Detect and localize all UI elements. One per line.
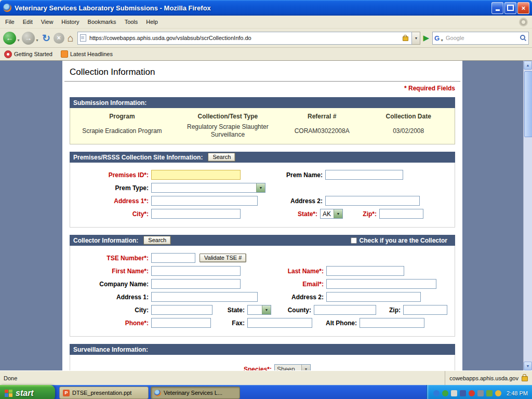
forward-history-dropdown-icon[interactable]: ▼ bbox=[35, 38, 39, 42]
county-input[interactable] bbox=[314, 305, 376, 315]
prem-name-input[interactable] bbox=[325, 170, 403, 180]
collector-state-label: State: bbox=[212, 307, 247, 314]
tray-shield-icon[interactable] bbox=[495, 390, 501, 396]
company-name-input[interactable] bbox=[151, 279, 241, 289]
validate-tse-button[interactable]: Validate TSE # bbox=[200, 254, 246, 262]
home-button[interactable]: ⌂ bbox=[68, 32, 74, 44]
last-name-input[interactable] bbox=[326, 266, 404, 276]
premises-section-header: Premises/RSSS Collection Site Informatio… bbox=[70, 152, 455, 163]
tray-usb-icon[interactable] bbox=[486, 390, 493, 396]
tray-update-icon[interactable] bbox=[442, 390, 448, 396]
collector-address2-input[interactable] bbox=[326, 292, 421, 302]
value-referral: CORAM03022008A bbox=[282, 127, 362, 135]
title-divider bbox=[64, 81, 460, 82]
first-name-input[interactable] bbox=[151, 266, 241, 276]
scrollbar-thumb[interactable] bbox=[524, 71, 532, 137]
tray-volume-icon[interactable] bbox=[477, 390, 484, 396]
menu-bar: File Edit View History Bookmarks Tools H… bbox=[0, 16, 532, 29]
bookmark-getting-started[interactable]: Getting Started bbox=[4, 50, 52, 58]
bookmark-label: Latest Headlines bbox=[70, 51, 113, 57]
menu-view[interactable]: View bbox=[37, 17, 58, 27]
search-box[interactable]: G ▼ bbox=[432, 32, 529, 45]
submission-table-header-row: Program Collection/Test Type Referral # … bbox=[70, 111, 455, 123]
menu-edit[interactable]: Edit bbox=[19, 17, 37, 27]
page-title: Collection Information bbox=[69, 61, 456, 81]
prem-type-select[interactable]: ▼ bbox=[151, 183, 265, 193]
last-name-label: Last Name*: bbox=[241, 268, 326, 275]
alt-phone-input[interactable] bbox=[360, 318, 424, 328]
vertical-scrollbar[interactable]: ▲ ▼ bbox=[523, 61, 532, 370]
col-program: Program bbox=[70, 113, 174, 120]
collector-city-input[interactable] bbox=[151, 305, 212, 315]
firefox-window: Veterinary Services Laboratory Submissio… bbox=[0, 0, 532, 399]
start-button[interactable]: start bbox=[0, 385, 55, 399]
forward-button[interactable]: → bbox=[22, 32, 35, 45]
premises-address1-input[interactable] bbox=[151, 196, 258, 206]
task-powerpoint[interactable]: P DTSE_presentation.ppt bbox=[59, 387, 149, 399]
stop-button[interactable]: × bbox=[54, 33, 64, 44]
collector-state-select[interactable]: ▼ bbox=[247, 305, 271, 315]
task-firefox[interactable]: Veterinary Services L... bbox=[151, 387, 240, 399]
fax-input[interactable] bbox=[247, 318, 312, 328]
menu-history[interactable]: History bbox=[57, 17, 83, 27]
premises-id-input[interactable] bbox=[151, 170, 241, 180]
menu-file[interactable]: File bbox=[1, 17, 19, 27]
reload-button[interactable]: ↻ bbox=[42, 32, 50, 44]
menu-help[interactable]: Help bbox=[142, 17, 162, 27]
premises-id-label: Premises ID*: bbox=[72, 171, 151, 179]
species-select[interactable]: Sheep ▼ bbox=[274, 364, 311, 370]
chevron-down-icon: ▼ bbox=[301, 365, 310, 370]
premises-search-button[interactable]: Search bbox=[208, 153, 235, 162]
premises-address2-input[interactable] bbox=[325, 196, 420, 206]
search-engine-dropdown-icon[interactable]: ▼ bbox=[440, 38, 444, 42]
is-collector-checkbox[interactable] bbox=[351, 237, 357, 244]
url-dropdown-button[interactable]: ▼ bbox=[412, 32, 420, 45]
tray-messenger-icon[interactable] bbox=[433, 390, 440, 396]
system-tray: 2:48 PM bbox=[427, 385, 532, 399]
tse-number-label: TSE Number*: bbox=[72, 255, 151, 262]
back-button[interactable]: ← bbox=[3, 32, 16, 45]
scroll-down-button[interactable]: ▼ bbox=[524, 362, 532, 370]
email-input[interactable] bbox=[326, 279, 436, 289]
address-bar[interactable] bbox=[77, 32, 413, 45]
tray-antivirus-icon[interactable] bbox=[469, 390, 475, 396]
title-bar: Veterinary Services Laboratory Submissio… bbox=[0, 0, 532, 16]
phone-input[interactable] bbox=[151, 318, 211, 328]
minimize-button[interactable] bbox=[491, 2, 503, 14]
premises-address1-label: Address 1*: bbox=[72, 197, 151, 205]
collector-address1-input[interactable] bbox=[151, 292, 258, 302]
value-collection-test-type: Regulatory Scrapie Slaughter Surveillanc… bbox=[174, 123, 282, 139]
menu-bookmarks[interactable]: Bookmarks bbox=[84, 17, 121, 27]
premises-state-select[interactable]: AK ▼ bbox=[320, 209, 343, 219]
prem-name-label: Prem Name: bbox=[241, 171, 325, 179]
back-history-dropdown-icon[interactable]: ▼ bbox=[17, 38, 20, 42]
premises-city-input[interactable] bbox=[151, 209, 241, 219]
bookmark-latest-headlines[interactable]: Latest Headlines bbox=[61, 50, 113, 58]
collector-search-button[interactable]: Search bbox=[143, 236, 171, 245]
premises-address2-label: Address 2: bbox=[258, 197, 325, 205]
col-collection-date: Collection Date bbox=[362, 113, 455, 120]
tray-display-icon[interactable] bbox=[451, 390, 457, 396]
go-button[interactable]: ▶ bbox=[423, 33, 429, 43]
tse-number-input[interactable] bbox=[151, 253, 195, 263]
taskbar-buttons: P DTSE_presentation.ppt Veterinary Servi… bbox=[55, 385, 427, 399]
collector-zip-input[interactable] bbox=[403, 305, 447, 315]
search-input[interactable] bbox=[445, 34, 520, 42]
google-logo-icon: G bbox=[434, 34, 440, 42]
task-label: Veterinary Services L... bbox=[164, 390, 222, 396]
url-input[interactable] bbox=[88, 34, 402, 42]
status-bar: Done cowebapps.aphis.usda.gov bbox=[0, 370, 532, 385]
tray-network-icon[interactable] bbox=[460, 390, 466, 396]
window-title: Veterinary Services Laboratory Submissio… bbox=[15, 4, 490, 12]
premises-zip-input[interactable] bbox=[379, 209, 423, 219]
search-icon[interactable] bbox=[520, 34, 527, 42]
company-name-label: Company Name: bbox=[72, 281, 151, 288]
close-button[interactable]: × bbox=[517, 2, 529, 14]
restore-button[interactable] bbox=[504, 2, 516, 14]
scroll-up-button[interactable]: ▲ bbox=[524, 61, 532, 70]
col-referral: Referral # bbox=[282, 113, 362, 120]
chevron-down-icon: ▼ bbox=[262, 305, 271, 314]
collector-header-label: Collector Information: bbox=[73, 237, 138, 244]
menu-tools[interactable]: Tools bbox=[121, 17, 142, 27]
premises-form: Premises ID*: Prem Name: Prem Type: ▼ A bbox=[70, 163, 455, 228]
